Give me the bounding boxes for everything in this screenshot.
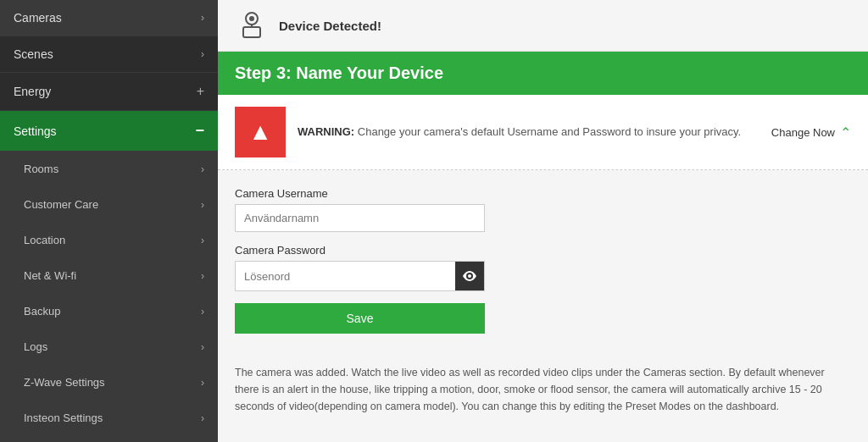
change-now-button[interactable]: Change Now ⌃ [771,124,851,141]
warning-text: WARNING: Change your camera's default Us… [298,124,760,141]
step-header-text: Step 3: Name Your Device [235,64,443,82]
sidebar-item-backup[interactable]: Backup › [0,294,218,329]
svg-point-2 [249,16,254,21]
camera-username-label: Camera Username [235,187,851,200]
warning-box: ▲ WARNING: Change your camera's default … [218,95,868,170]
warning-triangle-icon: ▲ [235,107,286,157]
save-button[interactable]: Save [235,303,485,334]
toggle-password-visibility-button[interactable] [455,262,484,290]
warning-body: Change your camera's default Username an… [354,125,741,138]
warning-label: WARNING: [298,125,354,138]
camera-password-label: Camera Password [235,244,851,257]
chevron-up-icon: ⌃ [840,124,851,141]
info-text: The camera was added. Watch the live vid… [218,351,868,428]
sidebar-item-insteon[interactable]: Insteon Settings › [0,401,218,436]
chevron-right-icon: › [201,163,204,175]
device-detected-text: Device Detected! [279,19,381,33]
camera-password-input[interactable] [236,263,455,290]
camera-username-group: Camera Username [235,187,851,232]
sidebar-item-zwave[interactable]: Z-Wave Settings › [0,365,218,401]
camera-username-input[interactable] [235,204,485,232]
chevron-right-icon: › [201,48,204,60]
svg-rect-1 [243,27,260,37]
sidebar-item-scenes[interactable]: Scenes › [0,36,218,73]
sidebar-item-firmware[interactable]: Firmware › [0,436,218,442]
info-text-content: The camera was added. Watch the live vid… [235,367,825,412]
change-now-label: Change Now [771,126,835,139]
sidebar-item-settings[interactable]: Settings − [0,111,218,152]
sidebar-item-location[interactable]: Location › [0,223,218,258]
sidebar-item-insteon-label: Insteon Settings [24,412,103,424]
sidebar-item-net-wifi-label: Net & Wi-fi [24,269,76,282]
step-header: Step 3: Name Your Device [218,52,868,95]
chevron-right-icon: › [201,12,204,24]
sidebar-item-rooms-label: Rooms [24,163,58,175]
sidebar-item-energy[interactable]: Energy + [0,73,218,111]
sidebar: Cameras › Scenes › Energy + Settings − R… [0,0,218,442]
sidebar-item-customer-care-label: Customer Care [24,198,98,211]
sidebar-item-settings-label: Settings [14,124,57,138]
plus-icon: + [197,84,204,99]
chevron-right-icon: › [201,306,204,318]
camera-password-group: Camera Password [235,244,851,291]
sidebar-item-cameras[interactable]: Cameras › [0,0,218,36]
camera-device-icon [235,8,269,42]
sidebar-item-scenes-label: Scenes [14,47,53,61]
sidebar-item-customer-care[interactable]: Customer Care › [0,187,218,223]
sidebar-item-logs-label: Logs [24,340,47,353]
chevron-right-icon: › [201,377,204,389]
form-area: Camera Username Camera Password Save [218,170,868,351]
password-wrapper [235,261,485,291]
sidebar-item-logs[interactable]: Logs › [0,329,218,365]
sidebar-item-location-label: Location [24,234,65,246]
sidebar-item-net-wifi[interactable]: Net & Wi-fi › [0,258,218,294]
sidebar-item-backup-label: Backup [24,305,60,318]
chevron-right-icon: › [201,341,204,353]
chevron-right-icon: › [201,199,204,211]
chevron-right-icon: › [201,412,204,424]
minus-icon: − [195,122,204,140]
sidebar-item-zwave-label: Z-Wave Settings [24,376,105,389]
sidebar-item-rooms[interactable]: Rooms › [0,152,218,187]
main-content: Device Detected! Step 3: Name Your Devic… [218,0,868,442]
chevron-right-icon: › [201,270,204,282]
sidebar-item-cameras-label: Cameras [14,11,62,25]
chevron-right-icon: › [201,235,204,246]
device-detected-bar: Device Detected! [218,0,868,52]
sidebar-item-energy-label: Energy [14,85,51,98]
